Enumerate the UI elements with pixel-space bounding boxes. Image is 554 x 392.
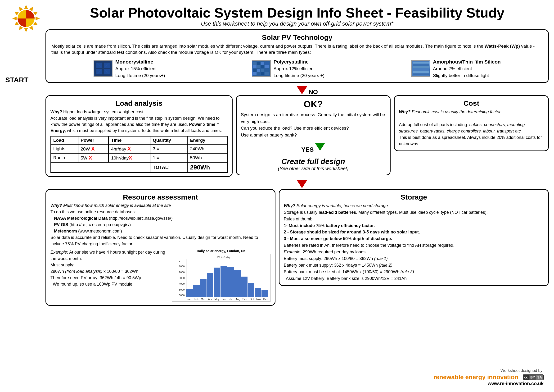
header: Solar Photovoltaic System Design Info Sh… xyxy=(5,4,549,27)
svg-rect-16 xyxy=(97,63,102,68)
svg-rect-40 xyxy=(413,66,429,68)
poly-efficiency: Approx 12% efficient xyxy=(274,65,325,72)
y-label-1000: 1000 xyxy=(179,265,185,268)
poly-info: Polycrystalline Approx 12% efficient Lon… xyxy=(274,58,325,79)
solar-types-row: Monocrystalline Approx 15% efficient Lon… xyxy=(51,58,543,79)
load-power-energy: Power x time = Energy, xyxy=(50,122,219,133)
bar-mar xyxy=(200,279,207,297)
ok-text: System design is an iterative process. G… xyxy=(241,111,386,138)
svg-rect-18 xyxy=(97,69,102,74)
svg-rect-36 xyxy=(264,72,269,75)
svg-rect-26 xyxy=(257,65,260,68)
row1-qty: 3 = xyxy=(150,144,187,153)
bar-label-may: May xyxy=(214,298,220,301)
svg-marker-6 xyxy=(24,28,28,32)
cost-why: Why? xyxy=(399,110,410,114)
svg-rect-39 xyxy=(413,64,429,66)
brand-innovation: innovation xyxy=(487,373,518,381)
svg-marker-4 xyxy=(33,21,39,27)
bar-jun xyxy=(221,266,227,297)
bar-label-oct: Oct xyxy=(249,298,255,301)
svg-rect-35 xyxy=(261,72,264,75)
bar-may xyxy=(214,268,220,297)
create-design-text: Create full design xyxy=(241,157,386,166)
red-arrow-1 xyxy=(297,86,307,94)
load-why-label: Why? xyxy=(50,110,62,114)
chart-container: Daily solar energy, London, UK Wh/m2/day… xyxy=(172,249,270,302)
load-table: Load Power Time Quantity Energy Lights 2… xyxy=(50,136,228,173)
row2-time: 10hr/dayX xyxy=(109,153,150,162)
red-arrow-2 xyxy=(297,180,307,188)
poly-lifetime: Long lifetime (20 years +) xyxy=(274,72,325,79)
svg-rect-33 xyxy=(253,72,256,75)
resource-why: Why? xyxy=(50,203,62,208)
svg-marker-5 xyxy=(29,26,35,32)
bar-aug xyxy=(234,270,241,297)
svg-rect-29 xyxy=(253,69,256,72)
cc-sa: SA xyxy=(536,375,543,380)
svg-marker-11 xyxy=(18,6,23,11)
bar-jan xyxy=(187,289,193,297)
resource-title: Resource assessment xyxy=(50,193,270,201)
bar-nov xyxy=(255,288,261,297)
y-label-4000: 4000 xyxy=(179,282,185,285)
col-time: Time xyxy=(109,136,150,144)
arrow-down-2 xyxy=(45,180,549,188)
bar-jul xyxy=(227,267,234,297)
svg-marker-7 xyxy=(18,26,23,32)
amorphous-name: Amorphous/Thin film Silicon xyxy=(433,58,501,66)
x-mark-4: X xyxy=(129,155,132,161)
solar-pv-description: Mostly solar cells are made from silicon… xyxy=(51,43,543,56)
arrow-down-1 xyxy=(45,86,549,94)
green-arrow xyxy=(315,143,325,151)
cc-logo: cc BY SA xyxy=(523,374,544,380)
row2-energy: 50Wh xyxy=(187,153,227,162)
bar-oct xyxy=(248,283,254,297)
bottom-row: Resource assessment Why? Must know how m… xyxy=(45,189,549,306)
mono-name: Monocrystalline xyxy=(115,58,165,66)
footer-designed-by: Worksheet designed by: xyxy=(433,368,544,373)
bar-label-feb: Feb xyxy=(193,298,199,301)
svg-rect-17 xyxy=(104,63,110,68)
y-axis-labels: 6000 5000 4000 3000 2000 1000 0 xyxy=(179,259,185,297)
page-subtitle: Use this worksheet to help you design yo… xyxy=(45,20,549,27)
bar-label-jul: Jul xyxy=(228,298,234,301)
bar-chart-wrap: Wh/m2/day 6000 5000 4000 3000 2000 1000 … xyxy=(172,254,270,302)
row1-power: 20W X xyxy=(78,144,109,153)
footer-url: www.re-innovation.co.uk xyxy=(433,381,544,386)
total-empty xyxy=(51,162,150,173)
eq-mark-2: = xyxy=(157,155,159,160)
svg-rect-23 xyxy=(261,62,264,65)
y-label-3000: 3000 xyxy=(179,277,185,280)
cost-box: Cost Why? Economic cost is usually the d… xyxy=(394,95,549,151)
y-label-2000: 2000 xyxy=(179,271,185,274)
resource-box: Resource assessment Why? Must know how m… xyxy=(45,189,276,306)
svg-rect-19 xyxy=(104,69,110,74)
svg-marker-2 xyxy=(33,10,39,15)
ok-title: OK? xyxy=(241,99,386,110)
solar-type-poly: Polycrystalline Approx 12% efficient Lon… xyxy=(252,58,325,79)
footer: Worksheet designed by: renewable energy … xyxy=(433,368,544,386)
table-row: Lights 20W X 4hr/day X 3 = 240Wh xyxy=(51,144,227,153)
svg-marker-8 xyxy=(13,21,19,27)
mono-image xyxy=(94,60,112,77)
amorphous-info: Amorphous/Thin film Silicon Around 7% ef… xyxy=(433,58,501,79)
amorphous-lifetime: Slightly better in diffuse light xyxy=(433,72,501,79)
svg-rect-21 xyxy=(253,62,256,65)
bar-sep xyxy=(241,277,248,297)
poly-image xyxy=(252,60,271,77)
y-label-0: 0 xyxy=(179,259,185,262)
load-analysis-text: Why? Higher loads = larger system = high… xyxy=(50,109,228,133)
svg-rect-32 xyxy=(264,69,269,72)
cost-text: Why? Economic cost is usually the determ… xyxy=(399,109,544,147)
load-analysis-box: Load analysis Why? Higher loads = larger… xyxy=(45,95,233,176)
storage-box: Storage Why? Solar energy is variable, h… xyxy=(279,189,549,286)
total-value: 290Wh xyxy=(187,162,227,173)
load-analysis-title: Load analysis xyxy=(50,99,228,107)
start-label: START xyxy=(5,76,28,84)
mono-lifetime: Long lifetime (20 years+) xyxy=(115,72,165,79)
x-mark-3: X xyxy=(89,155,92,161)
row1-time: 4hr/day X xyxy=(109,144,150,153)
brand-energy-word: energy xyxy=(465,373,485,381)
resource-text-col: Example: At our site we have 4 hours sun… xyxy=(50,249,169,287)
